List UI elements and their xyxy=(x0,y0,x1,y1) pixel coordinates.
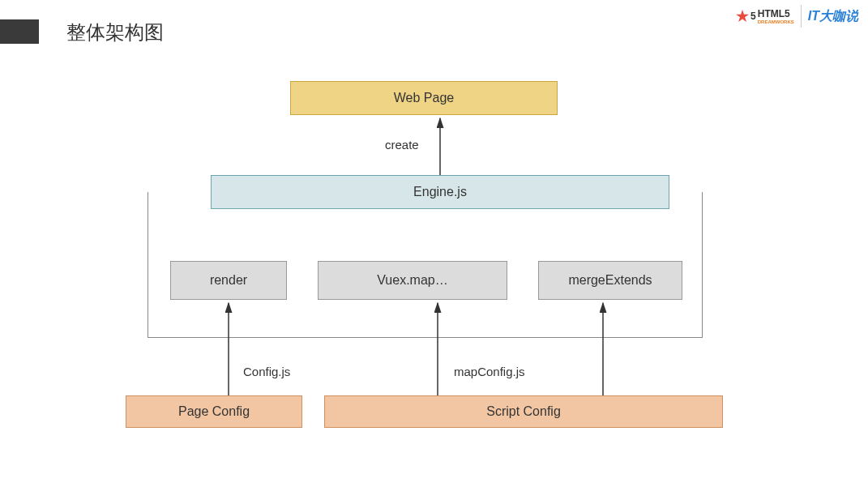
box-merge-label: mergeExtends xyxy=(568,273,652,288)
box-page-config: Page Config xyxy=(126,395,302,428)
logo-it-text: IT大咖说 xyxy=(808,9,858,23)
logo-html5-text: HTML5 xyxy=(758,8,790,19)
box-engine-label: Engine.js xyxy=(413,185,467,199)
logo-html5-prefix: 5 xyxy=(750,11,756,22)
header-accent-bar xyxy=(0,19,39,44)
box-web-page: Web Page xyxy=(290,81,558,115)
arrow-label-create: create xyxy=(385,138,419,152)
box-scriptconfig-label: Script Config xyxy=(486,404,561,419)
box-render-label: render xyxy=(210,273,247,288)
logo-divider xyxy=(801,5,802,28)
box-engine: Engine.js xyxy=(211,175,669,209)
box-script-config: Script Config xyxy=(324,395,723,428)
logo-html5-sub: DREAMWORKS xyxy=(758,19,794,24)
box-web-page-label: Web Page xyxy=(394,91,454,105)
box-pageconfig-label: Page Config xyxy=(178,404,250,419)
logo-html5: ★ 5 HTML5 DREAMWORKS xyxy=(736,7,794,25)
arrow-label-mapconfig: mapConfig.js xyxy=(454,365,525,378)
arrow-label-config: Config.js xyxy=(243,365,290,378)
logo-area: ★ 5 HTML5 DREAMWORKS IT大咖说 xyxy=(736,5,858,28)
box-vuex-map: Vuex.map… xyxy=(318,261,507,300)
logo-it: IT大咖说 xyxy=(808,8,858,25)
box-vuex-label: Vuex.map… xyxy=(377,273,447,288)
box-merge-extends: mergeExtends xyxy=(538,261,682,300)
star-icon: ★ xyxy=(736,7,749,25)
page-title: 整体架构图 xyxy=(66,19,164,45)
box-render: render xyxy=(170,261,287,300)
architecture-diagram: Web Page Engine.js render Vuex.map… merg… xyxy=(0,81,868,454)
